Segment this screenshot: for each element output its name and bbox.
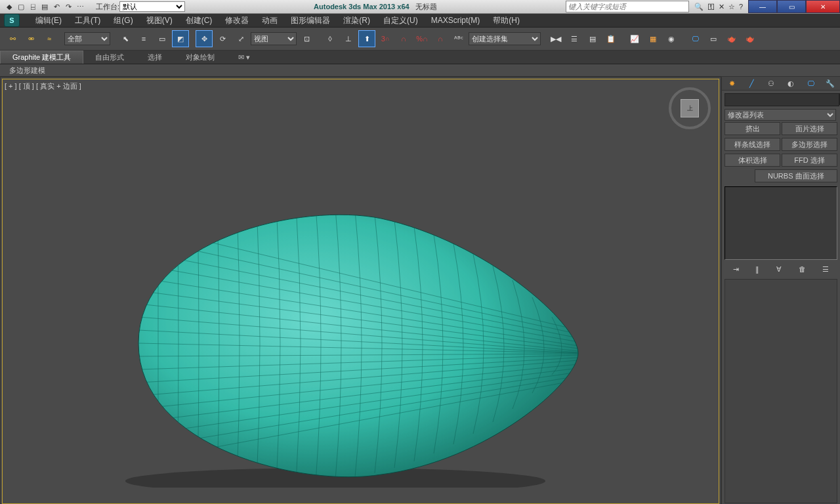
object-name-row — [724, 93, 837, 106]
menu-graph[interactable]: 图形编辑器 — [284, 15, 337, 26]
rotate-icon[interactable]: ⟳ — [214, 30, 231, 47]
configure-sets-icon[interactable]: ☰ — [822, 265, 829, 274]
favorite-icon[interactable]: ☆ — [728, 3, 735, 11]
btn-patch-select[interactable]: 面片选择 — [782, 122, 837, 135]
menu-tools[interactable]: 工具(T) — [68, 15, 107, 26]
ribbon-dropdown-icon[interactable]: ✉ ▾ — [226, 52, 262, 63]
select-icon[interactable]: ⬉ — [117, 30, 134, 47]
pin-stack-icon[interactable]: ⇥ — [733, 265, 739, 274]
link-icon[interactable]: ⚯ — [4, 30, 21, 47]
close-button[interactable]: ✕ — [806, 0, 840, 13]
modifier-stack[interactable] — [724, 186, 837, 260]
new-icon[interactable]: ▢ — [16, 1, 26, 12]
menu-render[interactable]: 渲染(R) — [337, 15, 377, 26]
workspace-select[interactable]: 默认 — [119, 1, 185, 12]
percent-snap-icon[interactable]: ∩ — [395, 30, 412, 47]
select-name-icon[interactable]: ≡ — [135, 30, 152, 47]
rollout-area[interactable] — [724, 279, 837, 503]
menu-modifiers[interactable]: 修改器 — [219, 15, 255, 26]
unlink-icon[interactable]: ⚮ — [22, 30, 39, 47]
app-menu-icon[interactable]: ◆ — [4, 1, 14, 12]
abc-icon[interactable]: ᴬᴮᶜ — [450, 30, 467, 47]
viewport-label[interactable]: [ + ] [ 顶 ] [ 真实 + 边面 ] — [5, 81, 81, 91]
scale-icon[interactable]: ⤢ — [232, 30, 249, 47]
hierarchy-tab-icon[interactable]: ⚇ — [765, 78, 778, 89]
ribbon-panel-label[interactable]: 多边形建模 — [0, 64, 840, 77]
menu-group[interactable]: 组(G) — [107, 15, 139, 26]
named-selection-select[interactable]: 创建选择集 — [469, 32, 541, 45]
modify-tab-icon[interactable]: ╱ — [745, 78, 758, 89]
motion-tab-icon[interactable]: ◐ — [784, 78, 797, 89]
more-icon[interactable]: ⋯ — [75, 1, 85, 12]
key-icon[interactable]: ⚿ — [707, 3, 715, 11]
render-prod-icon[interactable]: 🫖 — [742, 30, 759, 47]
display-tab-icon[interactable]: 🖵 — [804, 78, 817, 89]
mirror-icon[interactable]: ▶◀ — [547, 30, 564, 47]
render-frame-icon[interactable]: ▭ — [705, 30, 722, 47]
snap-toggle-icon[interactable]: ⬆ — [358, 30, 375, 47]
viewport[interactable]: [ + ] [ 顶 ] [ 真实 + 边面 ] 上 — [0, 77, 721, 504]
save-icon[interactable]: ▤ — [39, 1, 50, 12]
menu-create[interactable]: 创建(C) — [179, 15, 219, 26]
menu-edit[interactable]: 编辑(E) — [29, 15, 68, 26]
open-icon[interactable]: ⌸ — [28, 1, 38, 12]
select-manipulate-icon[interactable]: ◊ — [322, 30, 339, 47]
make-unique-icon[interactable]: ∀ — [776, 265, 782, 274]
command-panel: ✸ ╱ ⚇ ◐ 🖵 🔧 修改器列表 挤出 面片选择 样条线选择 多边形选择 体积… — [721, 77, 840, 504]
redo-icon[interactable]: ↷ — [63, 1, 74, 12]
tab-selection[interactable]: 选择 — [136, 51, 174, 64]
search-icon[interactable]: 🔍 — [694, 3, 704, 11]
help-search-input[interactable] — [566, 1, 689, 12]
btn-extrude[interactable]: 挤出 — [724, 122, 780, 135]
selection-filter-select[interactable]: 全部 — [64, 32, 110, 45]
minimize-button[interactable]: — — [748, 0, 777, 13]
viewcube[interactable]: 上 — [669, 87, 711, 129]
btn-vol-select[interactable]: 体积选择 — [724, 154, 780, 167]
window-crossing-icon[interactable]: ◩ — [172, 30, 189, 47]
angle-snap-icon[interactable]: 3∩ — [377, 30, 394, 47]
btn-nurbs-select[interactable]: NURBS 曲面选择 — [755, 169, 838, 182]
object-name-input[interactable] — [724, 93, 839, 106]
align-icon[interactable]: ☰ — [566, 30, 583, 47]
create-tab-icon[interactable]: ✸ — [725, 78, 738, 89]
app-logo-icon[interactable]: S — [4, 14, 20, 27]
show-end-result-icon[interactable]: ‖ — [755, 265, 759, 274]
titlebar: ◆ ▢ ⌸ ▤ ↶ ↷ ⋯ 工作台: 默认 Autodesk 3ds Max 2… — [0, 0, 840, 14]
btn-ffd-select[interactable]: FFD 选择 — [782, 154, 837, 167]
ref-coord-select[interactable]: 视图 — [251, 32, 297, 45]
menu-customize[interactable]: 自定义(U) — [377, 15, 425, 26]
edged-faces-icon[interactable]: ∩ — [432, 30, 449, 47]
layers-icon[interactable]: ▤ — [584, 30, 601, 47]
render-icon[interactable]: 🫖 — [723, 30, 740, 47]
menu-help[interactable]: 帮助(H) — [486, 15, 526, 26]
btn-poly-select[interactable]: 多边形选择 — [782, 138, 837, 151]
tab-graphite[interactable]: Graphite 建模工具 — [0, 51, 83, 64]
select-region-rect-icon[interactable]: ▭ — [154, 30, 171, 47]
material-editor-icon[interactable]: ◉ — [663, 30, 680, 47]
window-title: Autodesk 3ds Max 2013 x64 无标题 — [185, 2, 566, 12]
render-setup-icon[interactable]: 🖵 — [686, 30, 704, 47]
maximize-button[interactable]: ▭ — [777, 0, 806, 13]
schematic-icon[interactable]: ▦ — [644, 30, 662, 47]
menu-animation[interactable]: 动画 — [255, 15, 284, 26]
undo-icon[interactable]: ↶ — [51, 1, 62, 12]
spinner-snap-icon[interactable]: %∩ — [413, 30, 430, 47]
menu-maxscript[interactable]: MAXScript(M) — [425, 16, 487, 25]
tab-object-paint[interactable]: 对象绘制 — [174, 51, 226, 64]
move-icon[interactable]: ✥ — [196, 30, 213, 47]
menu-view[interactable]: 视图(V) — [140, 15, 179, 26]
layer-manager-icon[interactable]: 📋 — [602, 30, 620, 47]
model-egg[interactable] — [119, 199, 591, 488]
bind-icon[interactable]: ≈ — [41, 30, 58, 47]
tab-freeform[interactable]: 自由形式 — [83, 51, 136, 64]
utilities-tab-icon[interactable]: 🔧 — [824, 78, 837, 89]
pivot-icon[interactable]: ⊡ — [298, 30, 315, 47]
curve-editor-icon[interactable]: 📈 — [626, 30, 643, 47]
remove-modifier-icon[interactable]: 🗑 — [799, 265, 806, 274]
exchange-icon[interactable]: ✕ — [719, 3, 724, 11]
viewcube-face[interactable]: 上 — [681, 99, 699, 117]
btn-spline-select[interactable]: 样条线选择 — [724, 138, 780, 151]
keyboard-shortcut-icon[interactable]: ⊥ — [340, 30, 357, 47]
help-icon[interactable]: ? — [739, 3, 743, 11]
modifier-list-select[interactable]: 修改器列表 — [724, 109, 836, 121]
